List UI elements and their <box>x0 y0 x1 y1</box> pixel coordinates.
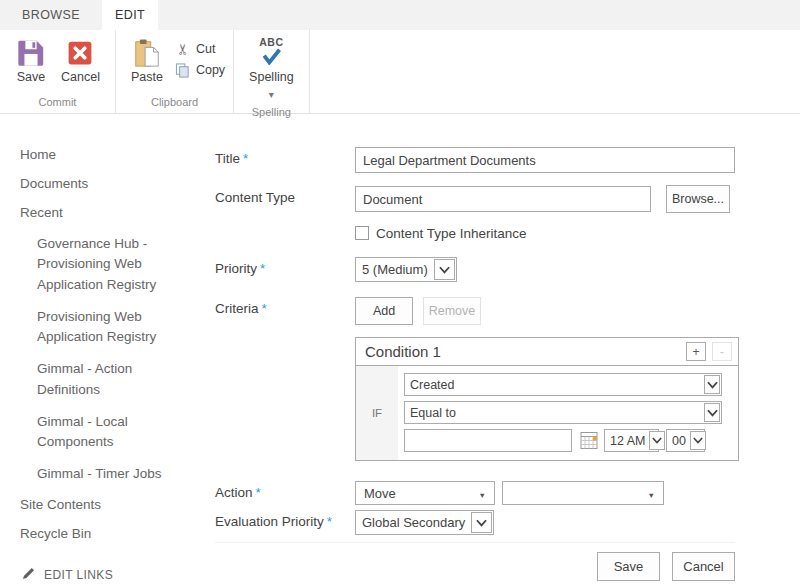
pencil-icon <box>22 567 35 583</box>
group-label-clipboard: Clipboard <box>116 94 233 113</box>
sidebar-item-site-contents[interactable]: Site Contents <box>20 497 215 512</box>
ribbon-save-button[interactable]: Save <box>8 35 54 87</box>
condition-remove-button[interactable]: - <box>712 342 732 361</box>
condition-box: Condition 1 + - IF Created <box>355 337 739 461</box>
priority-select-value: 5 (Medium) <box>356 258 433 281</box>
action-row: Action* Move <box>215 481 800 505</box>
spelling-label: Spelling <box>249 71 293 85</box>
content-type-input[interactable] <box>355 186 651 212</box>
condition-header: Condition 1 + - <box>356 338 738 366</box>
ribbon-paste-button[interactable]: Paste <box>124 35 170 87</box>
page: BROWSE EDIT Save <box>0 0 800 588</box>
dropdown-arrow-icon <box>479 486 486 501</box>
condition-operator-value: Equal to <box>405 402 703 423</box>
sidebar-item-recent[interactable]: Recent <box>20 205 215 220</box>
content-type-label: Content Type <box>215 186 355 205</box>
sidebar-item-home[interactable]: Home <box>20 147 215 162</box>
sidebar-item-documents[interactable]: Documents <box>20 176 215 191</box>
criteria-remove-button[interactable]: Remove <box>423 297 481 325</box>
form-footer: Save Cancel <box>215 542 735 581</box>
cut-scissors-icon <box>175 41 191 57</box>
evaluation-priority-select[interactable]: Global Secondary <box>355 510 494 535</box>
required-asterisk: * <box>256 485 261 500</box>
title-row: Title* <box>215 147 800 173</box>
condition-date-input[interactable] <box>404 429 572 452</box>
ribbon-group-spelling: ABC Spelling Spelling <box>234 30 309 113</box>
condition-add-button[interactable]: + <box>686 342 706 361</box>
sidebar-item-gimmal-action-definitions[interactable]: Gimmal - Action Definitions <box>37 359 162 400</box>
sidebar-item-recycle-bin[interactable]: Recycle Bin <box>20 526 215 541</box>
evaluation-priority-label: Evaluation Priority* <box>215 510 355 529</box>
condition-minute-value: 00 <box>667 430 689 451</box>
required-asterisk: * <box>243 151 248 166</box>
chevron-down-icon <box>471 512 492 533</box>
form-cancel-button[interactable]: Cancel <box>672 552 735 581</box>
condition-hour-value: 12 AM <box>605 430 648 451</box>
group-label-commit: Commit <box>0 94 115 113</box>
copy-pages-icon <box>175 62 191 78</box>
criteria-add-button[interactable]: Add <box>355 297 413 325</box>
if-label: IF <box>356 366 398 460</box>
save-floppy-icon <box>15 37 47 69</box>
required-asterisk: * <box>260 261 265 276</box>
title-label: Title* <box>215 147 355 166</box>
edit-links-label: EDIT LINKS <box>44 568 113 582</box>
ribbon: BROWSE EDIT Save <box>0 0 800 114</box>
chevron-down-icon <box>704 403 720 422</box>
action-select[interactable]: Move <box>355 481 495 505</box>
action-select-value: Move <box>364 486 396 501</box>
spelling-dropdown-arrow-icon[interactable] <box>269 84 274 102</box>
paste-label: Paste <box>131 71 163 85</box>
sidebar-item-governance-hub-provisioning[interactable]: Governance Hub - Provisioning Web Applic… <box>37 234 162 295</box>
spelling-abc-icon: ABC <box>259 37 283 48</box>
ribbon-body: Save Cancel Commit <box>0 30 800 114</box>
spelling-check-icon <box>258 48 284 69</box>
save-label: Save <box>17 71 46 85</box>
criteria-label: Criteria* <box>215 297 355 316</box>
copy-label: Copy <box>196 63 225 77</box>
edit-links-button[interactable]: EDIT LINKS <box>22 567 215 583</box>
browse-button[interactable]: Browse... <box>666 185 730 213</box>
content-type-inheritance-label: Content Type Inheritance <box>376 226 527 241</box>
evaluation-priority-value: Global Secondary <box>356 511 470 534</box>
tab-edit[interactable]: EDIT <box>102 0 158 30</box>
calendar-icon[interactable] <box>580 432 598 450</box>
ribbon-group-commit: Save Cancel Commit <box>0 30 116 113</box>
condition-field-value: Created <box>405 374 703 395</box>
ribbon-cut-button[interactable]: Cut <box>175 41 225 57</box>
priority-select[interactable]: 5 (Medium) <box>355 257 457 282</box>
content-type-row: Content Type Browse... <box>215 186 800 213</box>
condition-operator-select[interactable]: Equal to <box>404 401 722 424</box>
chevron-down-icon <box>704 375 720 394</box>
form-save-button[interactable]: Save <box>597 552 660 581</box>
condition-minute-select[interactable]: 00 <box>666 429 705 452</box>
sidebar-item-gimmal-timer-jobs[interactable]: Gimmal - Timer Jobs <box>37 464 162 484</box>
condition-hour-select[interactable]: 12 AM <box>604 429 659 452</box>
required-asterisk: * <box>327 514 332 529</box>
condition-row: Condition 1 + - IF Created <box>215 337 800 461</box>
priority-row: Priority* 5 (Medium) <box>215 257 800 282</box>
sidebar: Home Documents Recent Governance Hub - P… <box>0 114 215 583</box>
edit-form: Title* Content Type Browse... Content Ty… <box>215 114 800 583</box>
condition-field-select[interactable]: Created <box>404 373 722 396</box>
action-target-select[interactable] <box>502 481 664 505</box>
inheritance-row: Content Type Inheritance <box>215 226 800 241</box>
tab-browse[interactable]: BROWSE <box>20 0 82 30</box>
ribbon-copy-button[interactable]: Copy <box>175 62 225 78</box>
cut-label: Cut <box>196 42 215 56</box>
title-input[interactable] <box>355 147 735 173</box>
ribbon-group-clipboard: Paste Cut <box>116 30 234 113</box>
required-asterisk: * <box>262 301 267 316</box>
chevron-down-icon <box>690 431 706 450</box>
ribbon-spelling-button[interactable]: ABC Spelling <box>242 35 300 104</box>
ribbon-cancel-button[interactable]: Cancel <box>54 35 107 87</box>
sidebar-item-provisioning-registry[interactable]: Provisioning Web Application Registry <box>37 307 162 348</box>
priority-label: Priority* <box>215 257 355 276</box>
cancel-x-icon <box>64 37 96 69</box>
criteria-row: Criteria* Add Remove <box>215 297 800 325</box>
sidebar-item-gimmal-local-components[interactable]: Gimmal - Local Components <box>37 412 162 453</box>
main: Home Documents Recent Governance Hub - P… <box>0 114 800 583</box>
content-type-inheritance-checkbox[interactable] <box>355 226 369 240</box>
condition-body: IF Created Equal to <box>356 366 738 460</box>
chevron-down-icon <box>434 259 455 280</box>
